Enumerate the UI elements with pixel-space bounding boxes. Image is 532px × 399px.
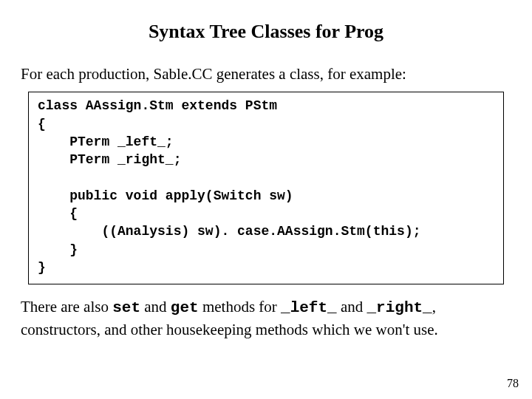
intro-paragraph: For each production, Sable.CC generates … <box>21 64 511 84</box>
footer-paragraph: There are also set and get methods for _… <box>21 296 511 340</box>
footer-text-4: and <box>337 298 367 316</box>
page-title: Syntax Tree Classes for Prog <box>21 21 511 43</box>
slide-page: Syntax Tree Classes for Prog For each pr… <box>0 0 532 340</box>
code-set: set <box>112 299 140 316</box>
code-right: _right_ <box>367 299 432 316</box>
page-number: 78 <box>507 377 519 390</box>
footer-text-1: There are also <box>21 298 112 316</box>
code-left: _left_ <box>281 299 337 316</box>
footer-text-3: methods for <box>199 298 281 316</box>
footer-text-2: and <box>140 298 171 316</box>
code-content: class AAssign.Stm extends PStm { PTerm _… <box>38 97 494 276</box>
code-block: class AAssign.Stm extends PStm { PTerm _… <box>28 92 504 284</box>
code-get: get <box>171 299 199 316</box>
